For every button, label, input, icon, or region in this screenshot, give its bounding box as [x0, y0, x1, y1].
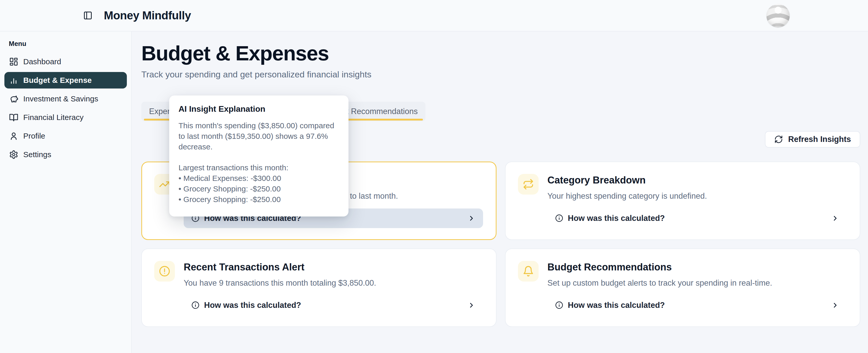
- sidebar-item-settings[interactable]: Settings: [4, 146, 127, 163]
- app-title: Money Mindfully: [104, 9, 191, 22]
- sidebar-item-budget-expense[interactable]: Budget & Expense: [4, 72, 127, 89]
- sidebar-item-label: Investment & Savings: [23, 95, 98, 103]
- sidebar-item-financial-literacy[interactable]: Financial Literacy: [4, 109, 127, 126]
- bell-icon: [518, 261, 538, 282]
- info-icon: [191, 301, 199, 309]
- panel-left-icon: [83, 11, 92, 20]
- alert-circle-icon: [154, 261, 175, 282]
- page-subtitle: Track your spending and get personalized…: [141, 69, 860, 80]
- sidebar-item-investment-savings[interactable]: Investment & Savings: [4, 91, 127, 107]
- refresh-insights-button[interactable]: Refresh Insights: [765, 131, 860, 148]
- card-body: Category Breakdown Your highest spending…: [548, 174, 847, 229]
- chevron-right-icon: [831, 214, 839, 222]
- sidebar-section-label: Menu: [9, 40, 131, 48]
- card-title: Budget Recommendations: [548, 261, 847, 273]
- app-header: Money Mindfully: [0, 0, 868, 32]
- chevron-right-icon: [468, 214, 475, 222]
- sidebar: Menu Dashboard Budget & Expense: [0, 32, 132, 353]
- how-calculated-link[interactable]: How was this calculated?: [548, 209, 847, 228]
- bar-chart-icon: [9, 76, 18, 85]
- gear-icon: [9, 150, 18, 159]
- info-icon: [555, 301, 563, 309]
- card-budget-recommendations: Budget Recommendations Set up custom bud…: [505, 248, 860, 327]
- page-title: Budget & Expenses: [141, 42, 860, 65]
- how-calculated-label: How was this calculated?: [568, 214, 665, 223]
- popup-list-item: • Medical Expenses: -$300.00: [179, 173, 339, 183]
- ai-insight-popup: AI Insight Explanation This month's spen…: [169, 96, 348, 216]
- refresh-icon: [774, 135, 783, 144]
- sidebar-item-label: Settings: [23, 150, 51, 159]
- how-calculated-label: How was this calculated?: [568, 301, 665, 310]
- card-body: Recent Transactions Alert You have 9 tra…: [184, 261, 483, 316]
- book-open-icon: [9, 113, 18, 122]
- card-description: Your highest spending category is undefi…: [548, 191, 847, 201]
- card-description: Set up custom budget alerts to track you…: [548, 278, 847, 288]
- piggy-bank-icon: [9, 94, 18, 103]
- popup-transactions-list: Largest transactions this month: • Medic…: [179, 162, 339, 205]
- sidebar-item-label: Dashboard: [23, 57, 61, 66]
- info-icon: [555, 214, 563, 222]
- sidebar-toggle-button[interactable]: [83, 11, 92, 20]
- popup-list-heading: Largest transactions this month:: [179, 162, 339, 173]
- how-calculated-link[interactable]: How was this calculated?: [548, 295, 847, 315]
- repeat-icon: [518, 174, 538, 195]
- card-description: You have 9 transactions this month total…: [184, 278, 483, 288]
- sidebar-item-label: Financial Literacy: [23, 113, 84, 122]
- chevron-right-icon: [468, 302, 475, 309]
- card-body: Budget Recommendations Set up custom bud…: [548, 261, 847, 316]
- sidebar-item-label: Profile: [23, 132, 45, 140]
- card-recent-transactions-alert: Recent Transactions Alert You have 9 tra…: [141, 248, 497, 327]
- popup-list-item: • Grocery Shopping: -$250.00: [179, 194, 339, 205]
- sidebar-item-dashboard[interactable]: Dashboard: [4, 54, 127, 70]
- card-title: Category Breakdown: [548, 174, 847, 186]
- popup-title: AI Insight Explanation: [179, 104, 339, 114]
- how-calculated-link[interactable]: How was this calculated?: [184, 295, 483, 315]
- sidebar-item-profile[interactable]: Profile: [4, 128, 127, 144]
- refresh-insights-label: Refresh Insights: [788, 135, 851, 144]
- user-icon: [9, 131, 18, 141]
- sidebar-item-label: Budget & Expense: [23, 76, 92, 85]
- card-title: Recent Transactions Alert: [184, 261, 483, 273]
- card-category-breakdown: Category Breakdown Your highest spending…: [505, 162, 860, 240]
- popup-paragraph: This month's spending ($3,850.00) compar…: [179, 120, 339, 152]
- sidebar-nav: Dashboard Budget & Expense Investment & …: [0, 54, 131, 163]
- chevron-right-icon: [831, 302, 839, 309]
- user-avatar[interactable]: [767, 4, 790, 27]
- popup-list-item: • Grocery Shopping: -$250.00: [179, 183, 339, 194]
- dashboard-icon: [9, 57, 18, 66]
- how-calculated-label: How was this calculated?: [204, 301, 301, 310]
